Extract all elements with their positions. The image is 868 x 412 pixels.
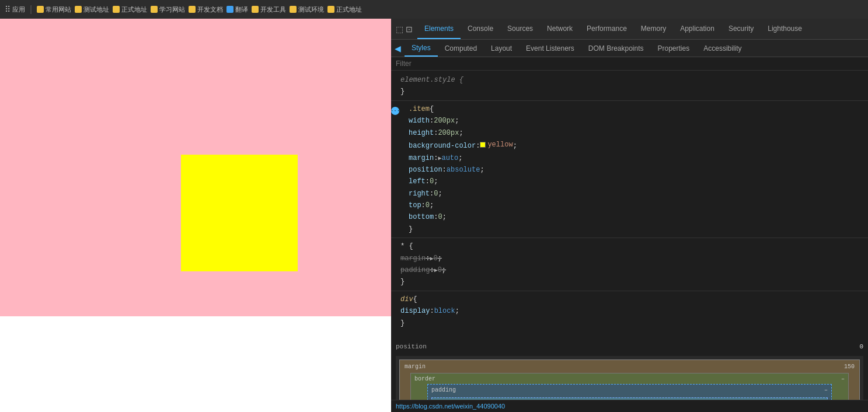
- url-bar: https://blog.csdn.net/weixin_44090040: [391, 400, 868, 412]
- device-icon[interactable]: ⊡: [406, 25, 413, 34]
- css-prop-right[interactable]: right : 0 ;: [404, 188, 868, 200]
- subtab-accessibility[interactable]: Accessibility: [696, 40, 748, 57]
- subtab-dom-breakpoints[interactable]: DOM Breakpoints: [581, 40, 651, 57]
- margin-label: margin: [405, 362, 426, 372]
- bookmark-xuexi[interactable]: 学习网站: [151, 5, 185, 14]
- bookmark-changwang[interactable]: 常用网站: [37, 5, 71, 14]
- margin-right-outer: 0: [849, 373, 857, 400]
- inspector-icon[interactable]: ⬚: [396, 25, 403, 34]
- tab-application[interactable]: Application: [673, 19, 721, 39]
- css-prop-width[interactable]: width : 200px ;: [404, 115, 868, 127]
- devtools-main-tabs: Elements Console Sources Network Perform…: [417, 19, 809, 39]
- bookmark-apps[interactable]: ⠿ 应用: [5, 5, 25, 14]
- pink-background: [0, 19, 391, 316]
- tab-performance[interactable]: Performance: [580, 19, 634, 39]
- special-icon: [226, 6, 233, 13]
- color-swatch-yellow[interactable]: [480, 142, 486, 148]
- rule-element-style: element.style { }: [391, 73, 868, 99]
- css-prop-height[interactable]: height : 200px ;: [404, 127, 868, 139]
- tab-security[interactable]: Security: [721, 19, 761, 39]
- border-box: border – 150: [410, 373, 849, 400]
- subtab-styles[interactable]: Styles: [405, 40, 438, 57]
- css-prop-top[interactable]: top : 0 ;: [404, 200, 868, 211]
- tab-lighthouse[interactable]: Lighthouse: [761, 19, 809, 39]
- bookmark-ceshi1[interactable]: 测试地址: [75, 5, 109, 14]
- filter-input[interactable]: [396, 60, 863, 68]
- box-model-visual: margin 150 0 border: [396, 356, 863, 400]
- subtab-arrow-left[interactable]: ◀: [391, 44, 405, 53]
- subtab-layout[interactable]: Layout: [484, 40, 519, 57]
- border-label: border: [414, 375, 435, 384]
- rule-line-selector: .item {: [404, 103, 868, 115]
- folder-icon: [75, 6, 82, 13]
- rule-divider: [391, 100, 868, 101]
- rule-item-css: .item { width : 200px ; height : 200px ;: [399, 102, 868, 236]
- filter-bar: [391, 57, 868, 71]
- box-model-position-value: 0: [859, 342, 863, 352]
- yellow-element: [181, 155, 298, 271]
- content-box: 200 × 200: [431, 397, 828, 400]
- folder-icon: [151, 6, 158, 13]
- folder-icon: [189, 6, 196, 13]
- bookmark-zhengshi1[interactable]: 正式地址: [113, 5, 147, 14]
- css-prop-bottom[interactable]: bottom : 0 ;: [404, 211, 868, 223]
- rule-div: div { display : block ; }: [391, 292, 868, 330]
- devtools-icon-group: ⬚ ⊡: [391, 25, 417, 34]
- rule-item-block: ··· .item { width : 200px ; height :: [391, 102, 868, 236]
- margin-value-top: 150: [844, 362, 855, 372]
- rule-universal: * { margin : ▶ 0 ; padding : ▶ 0 ;: [391, 239, 868, 289]
- rule-close: }: [404, 224, 868, 235]
- margin-left-val: 150: [412, 384, 427, 400]
- folder-icon: [252, 6, 259, 13]
- url-text: https://blog.csdn.net/weixin_44090040: [396, 403, 505, 410]
- css-prop-bgcolor[interactable]: background-color : yellow ;: [404, 139, 868, 152]
- css-prop-display[interactable]: display : block ;: [396, 305, 868, 317]
- rule-line: element.style {: [396, 74, 868, 86]
- rule-close: }: [396, 276, 868, 288]
- box-model-header-row: position 0: [396, 342, 863, 352]
- css-prop-position[interactable]: position : absolute ;: [404, 164, 868, 176]
- margin-box: margin 150 0 border: [399, 359, 860, 400]
- folder-icon: [290, 6, 297, 13]
- css-styles-panel[interactable]: element.style { } ··· .item { width: [391, 71, 868, 400]
- white-area: [0, 316, 391, 412]
- tab-elements[interactable]: Elements: [417, 19, 461, 39]
- bookmark-kaifa[interactable]: 开发文档: [189, 5, 223, 14]
- tab-sources[interactable]: Sources: [500, 19, 540, 39]
- css-prop-margin[interactable]: margin : ▶ auto ;: [404, 152, 868, 164]
- margin-middle-row: 0 border –: [402, 373, 857, 400]
- rule-divider: [391, 291, 868, 291]
- box-model-position-label: position: [396, 342, 427, 352]
- border-middle-row: 150 padding –: [412, 384, 847, 400]
- bookmark-tool[interactable]: 开发工具: [252, 5, 286, 14]
- tab-network[interactable]: Network: [540, 19, 580, 39]
- rule-marker: ···: [391, 107, 399, 115]
- padding-top-row: padding –: [429, 386, 830, 395]
- page-content: [0, 19, 391, 412]
- bookmarks-bar: ⠿ 应用 | 常用网站 测试地址 正式地址 学习网站 开发文档 翻译 开发工具 …: [0, 0, 868, 19]
- border-top-row: border –: [412, 375, 847, 384]
- margin-left-outer: 0: [402, 373, 410, 400]
- subtab-event-listeners[interactable]: Event Listeners: [519, 40, 581, 57]
- margin-top-row: margin 150: [402, 362, 857, 373]
- tab-memory[interactable]: Memory: [634, 19, 673, 39]
- rule-close: }: [396, 317, 868, 329]
- css-prop-margin-strikethrough[interactable]: margin : ▶ 0 ;: [396, 253, 868, 264]
- bookmark-test-env[interactable]: 测试环境: [290, 5, 324, 14]
- devtools-toolbar: ⬚ ⊡ Elements Console Sources Network Per…: [391, 19, 868, 40]
- box-model-section: position 0 margin 150: [391, 335, 868, 400]
- css-prop-left[interactable]: left : 0 ;: [404, 176, 868, 187]
- css-prop-padding-strikethrough[interactable]: padding : ▶ 0 ;: [396, 264, 868, 276]
- main-layout: ⬚ ⊡ Elements Console Sources Network Per…: [0, 19, 868, 412]
- padding-label: padding: [431, 386, 456, 395]
- rule-line: * {: [396, 240, 868, 252]
- bookmark-zhengshi2[interactable]: 正式地址: [327, 5, 362, 14]
- devtools-panel: ⬚ ⊡ Elements Console Sources Network Per…: [391, 19, 868, 412]
- tab-console[interactable]: Console: [461, 19, 500, 39]
- padding-box: padding – 200 × 200: [427, 384, 832, 400]
- subtab-properties[interactable]: Properties: [651, 40, 697, 57]
- apps-icon: ⠿: [5, 5, 11, 14]
- bookmark-fanyi[interactable]: 翻译: [226, 5, 248, 14]
- folder-icon: [113, 6, 120, 13]
- subtab-computed[interactable]: Computed: [438, 40, 484, 57]
